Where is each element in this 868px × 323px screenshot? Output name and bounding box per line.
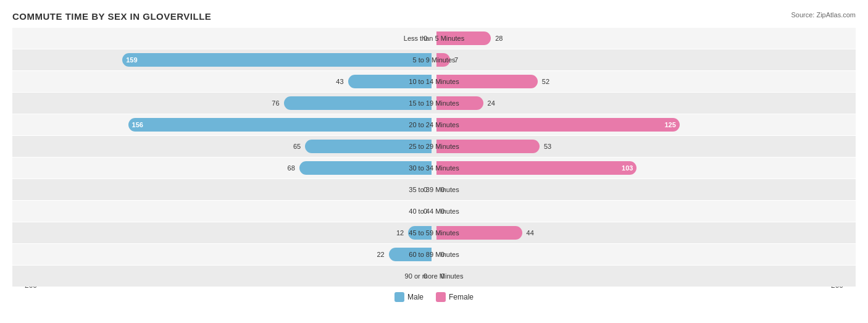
female-value-label: 0	[441, 186, 444, 193]
female-bar: 24	[436, 96, 483, 110]
left-side: 22	[12, 244, 434, 265]
chart-title: COMMUTE TIME BY SEX IN GLOVERVILLE	[12, 11, 856, 22]
male-value-label: 156	[132, 121, 143, 128]
table-row: 4310 to 14 Minutes52	[12, 71, 856, 92]
left-side: 76	[12, 93, 434, 114]
female-value-label: 0	[441, 272, 444, 280]
male-bar: 159	[122, 53, 432, 67]
male-bar: 22	[389, 248, 432, 261]
female-value-label: 0	[441, 251, 444, 258]
female-bar: 44	[436, 226, 522, 240]
table-row: 090 or more Minutes0	[12, 266, 856, 287]
male-value-label: 0	[424, 208, 427, 215]
left-side: 43	[12, 71, 434, 92]
right-side: 103	[434, 157, 856, 178]
legend-female: Female	[436, 292, 474, 302]
female-value-label: 28	[495, 35, 503, 42]
legend-female-label: Female	[449, 293, 474, 301]
table-row: 035 to 39 Minutes0	[12, 179, 856, 200]
male-value-label: 0	[424, 272, 427, 280]
table-row: 2260 to 89 Minutes0	[12, 244, 856, 265]
source-text: Source: ZipAtlas.com	[791, 11, 856, 19]
right-side: 0	[434, 266, 856, 287]
female-bar: 53	[436, 140, 540, 153]
female-value-label: 52	[542, 78, 549, 85]
table-row: 6525 to 29 Minutes53	[12, 136, 856, 157]
right-side: 0	[434, 244, 856, 265]
female-bar: 125	[436, 118, 680, 132]
left-side: 156	[12, 114, 434, 135]
left-side: 159	[12, 49, 434, 70]
male-value-label: 68	[288, 164, 295, 172]
female-bar: 52	[436, 75, 538, 88]
male-value-label: 0	[424, 35, 427, 42]
female-value-label: 53	[544, 143, 551, 150]
table-row: 15620 to 24 Minutes125	[12, 114, 856, 135]
female-bar: 7	[436, 53, 450, 67]
male-bar: 65	[305, 140, 432, 153]
male-bar: 156	[128, 118, 432, 132]
legend-male-box	[394, 292, 404, 302]
female-value-label: 7	[454, 56, 458, 64]
male-bar: 76	[284, 96, 432, 110]
legend-male-label: Male	[407, 293, 424, 301]
table-row: 7615 to 19 Minutes24	[12, 93, 856, 114]
right-side: 52	[434, 71, 856, 92]
female-bar: 103	[436, 161, 636, 175]
right-side: 28	[434, 28, 856, 49]
male-value-label: 159	[126, 56, 137, 64]
male-value-label: 22	[377, 251, 384, 258]
right-side: 7	[434, 49, 856, 70]
chart-area: 0Less than 5 Minutes281595 to 9 Minutes7…	[12, 28, 856, 278]
legend-female-box	[436, 292, 446, 302]
male-bar: 43	[348, 75, 432, 88]
left-side: 0	[12, 266, 434, 287]
male-value-label: 43	[336, 78, 343, 85]
female-value-label: 103	[622, 164, 633, 172]
right-side: 44	[434, 222, 856, 243]
table-row: 1595 to 9 Minutes7	[12, 49, 856, 70]
left-side: 0	[12, 28, 434, 49]
male-value-label: 76	[272, 99, 279, 107]
left-side: 68	[12, 157, 434, 178]
female-bar: 28	[436, 31, 491, 45]
legend-male: Male	[394, 292, 424, 302]
table-row: 0Less than 5 Minutes28	[12, 28, 856, 49]
chart-container: COMMUTE TIME BY SEX IN GLOVERVILLE Sourc…	[0, 0, 868, 323]
male-value-label: 0	[424, 186, 427, 193]
table-row: 1245 to 59 Minutes44	[12, 222, 856, 243]
female-value-label: 44	[527, 229, 534, 237]
right-side: 125	[434, 114, 856, 135]
male-bar: 12	[408, 226, 432, 240]
table-row: 6830 to 34 Minutes103	[12, 157, 856, 178]
table-row: 040 to 44 Minutes0	[12, 201, 856, 222]
right-side: 0	[434, 201, 856, 222]
left-side: 12	[12, 222, 434, 243]
right-side: 0	[434, 179, 856, 200]
left-side: 0	[12, 201, 434, 222]
left-side: 0	[12, 179, 434, 200]
left-side: 65	[12, 136, 434, 157]
female-value-label: 24	[488, 99, 495, 107]
right-side: 53	[434, 136, 856, 157]
female-value-label: 125	[664, 121, 675, 128]
legend: Male Female	[12, 292, 856, 302]
male-value-label: 12	[396, 229, 404, 237]
male-value-label: 65	[293, 143, 301, 150]
male-bar: 68	[299, 161, 432, 175]
right-side: 24	[434, 93, 856, 114]
female-value-label: 0	[441, 208, 444, 215]
